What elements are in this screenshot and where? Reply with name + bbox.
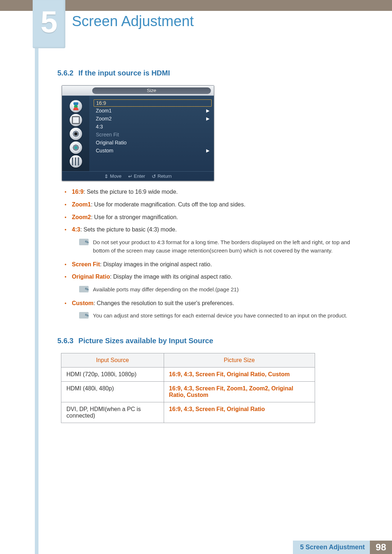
osd-item-zoom1[interactable]: Zoom1 ▶ — [96, 107, 209, 115]
term: 16:9 — [72, 189, 83, 195]
osd-item-screen-fit[interactable]: Screen Fit — [96, 131, 209, 139]
note-box: Do not set your product to 4:3 format fo… — [79, 238, 359, 255]
td-sizes: 16:9, 4:3, Screen Fit, Original Ratio — [164, 402, 315, 423]
osd-hint-move: ⇕Move — [104, 173, 122, 179]
osd-hint-return: ↺Return — [152, 173, 172, 179]
osd-item-label: 4:3 — [96, 124, 103, 130]
desc: : Sets the picture to basic (4:3) mode. — [80, 226, 177, 233]
list-item: Zoom2: Use for a stronger magnification. — [65, 213, 359, 222]
osd-item-custom[interactable]: Custom ▶ — [96, 147, 209, 155]
list-item: Zoom1: Use for moderate magnification. C… — [65, 200, 359, 209]
desc: : Display images in the original aspect … — [100, 261, 212, 267]
td-sizes: 16:9, 4:3, Screen Fit, Original Ratio, C… — [164, 367, 315, 381]
table-row: HDMI (480i, 480p) 16:9, 4:3, Screen Fit,… — [61, 381, 315, 402]
term: Screen Fit — [72, 261, 100, 267]
info-icon — [70, 155, 82, 168]
osd-main: 16:9 Zoom1 ▶ Zoom2 ▶ 4:3 Screen Fit — [89, 96, 214, 171]
desc: : Use for a stronger magnification. — [91, 214, 178, 220]
list-item: Original Ratio: Display the image with i… — [65, 272, 359, 282]
td-sizes: 16:9, 4:3, Screen Fit, Zoom1, Zoom2, Ori… — [164, 381, 315, 402]
osd-header: Size — [62, 86, 214, 96]
section-number: 5.6.2 — [57, 69, 73, 77]
section-heading-2: 5.6.3 Picture Sizes available by Input S… — [57, 337, 359, 345]
list-item: Custom: Changes the resolution to suit t… — [65, 299, 359, 308]
updown-icon: ⇕ — [104, 173, 109, 179]
side-strip — [35, 48, 38, 554]
page-footer: 5 Screen Adjustment 98 — [0, 539, 392, 554]
th-picture-size: Picture Size — [164, 353, 315, 367]
desc: : Use for moderate magnification. Cuts o… — [91, 201, 245, 208]
desc: : Changes the resolution to suit the use… — [94, 300, 234, 306]
term: Original Ratio — [72, 274, 110, 280]
content-area: 5.6.2 If the input source is HDMI Size — [0, 51, 392, 423]
note-icon — [79, 285, 89, 292]
screen-icon — [70, 114, 82, 126]
section-title: Picture Sizes available by Input Source — [78, 337, 213, 345]
picture-sizes-table: Input Source Picture Size HDMI (720p, 10… — [61, 353, 315, 423]
note-text: You can adjust and store settings for ea… — [93, 311, 359, 320]
osd-sidebar — [62, 96, 89, 171]
note-icon — [79, 311, 89, 319]
osd-panel: Size 16:9 Zoom1 ▶ — [62, 85, 214, 181]
note-icon — [79, 238, 89, 245]
term: 4:3 — [72, 226, 80, 233]
page: 5 Screen Adjustment 5.6.2 If the input s… — [0, 0, 392, 554]
td-source: HDMI (720p, 1080i, 1080p) — [61, 367, 164, 381]
term: Zoom1 — [72, 201, 91, 208]
arrow-right-icon: ▶ — [206, 116, 209, 121]
section-number: 5.6.3 — [57, 337, 73, 345]
settings-icon — [70, 141, 82, 154]
return-icon: ↺ — [152, 173, 156, 179]
osd-item-original-ratio[interactable]: Original Ratio — [96, 139, 209, 147]
osd-item-label: 16:9 — [96, 100, 106, 106]
chapter-tab: 5 — [33, 0, 65, 48]
footer-page-number: 98 — [370, 541, 392, 554]
footer-chapter-label: 5 Screen Adjustment — [293, 541, 370, 554]
osd-item-zoom2[interactable]: Zoom2 ▶ — [96, 115, 209, 123]
enter-icon: ↵ — [128, 173, 132, 179]
osd-item-label: Custom — [96, 148, 113, 153]
td-source: HDMI (480i, 480p) — [61, 381, 164, 402]
note-box: You can adjust and store settings for ea… — [79, 311, 359, 320]
table-header-row: Input Source Picture Size — [61, 353, 315, 367]
picture-icon — [70, 100, 82, 112]
section-heading-1: 5.6.2 If the input source is HDMI — [57, 69, 359, 77]
osd-footer: ⇕Move ↵Enter ↺Return — [62, 171, 214, 181]
osd-item-16-9[interactable]: 16:9 — [94, 99, 212, 107]
note-text: Available ports may differ depending on … — [93, 285, 359, 294]
note-box: Available ports may differ depending on … — [79, 285, 359, 294]
term: Zoom2 — [72, 214, 91, 220]
desc: : Display the image with its original as… — [110, 274, 232, 280]
osd-item-label: Zoom2 — [96, 116, 112, 122]
page-header: 5 Screen Adjustment — [0, 0, 392, 51]
osd-item-4-3[interactable]: 4:3 — [96, 123, 209, 131]
term: Custom — [72, 300, 94, 306]
desc: : Sets the picture to 16:9 wide mode. — [83, 189, 178, 195]
eye-icon — [70, 128, 82, 140]
chapter-number: 5 — [33, 7, 65, 37]
chapter-title: Screen Adjustment — [72, 13, 194, 29]
osd-hint-enter: ↵Enter — [128, 173, 145, 179]
osd-item-label: Screen Fit — [96, 132, 119, 138]
arrow-right-icon: ▶ — [206, 108, 209, 113]
note-text: Do not set your product to 4:3 format fo… — [93, 238, 359, 255]
osd-item-label: Original Ratio — [96, 140, 127, 145]
osd-title-pill: Size — [92, 87, 211, 94]
td-source: DVI, DP, HDMI(when a PC is connected) — [61, 402, 164, 423]
arrow-right-icon: ▶ — [206, 148, 209, 153]
list-item: 16:9: Sets the picture to 16:9 wide mode… — [65, 188, 359, 197]
table-row: HDMI (720p, 1080i, 1080p) 16:9, 4:3, Scr… — [61, 367, 315, 381]
table-row: DVI, DP, HDMI(when a PC is connected) 16… — [61, 402, 315, 423]
th-input-source: Input Source — [61, 353, 164, 367]
osd-body: 16:9 Zoom1 ▶ Zoom2 ▶ 4:3 Screen Fit — [62, 96, 214, 171]
list-item: 4:3: Sets the picture to basic (4:3) mod… — [65, 225, 359, 234]
list-item: Screen Fit: Display images in the origin… — [65, 260, 359, 269]
section-title: If the input source is HDMI — [78, 69, 170, 77]
feature-list: 16:9: Sets the picture to 16:9 wide mode… — [65, 188, 359, 320]
osd-item-label: Zoom1 — [96, 108, 112, 114]
